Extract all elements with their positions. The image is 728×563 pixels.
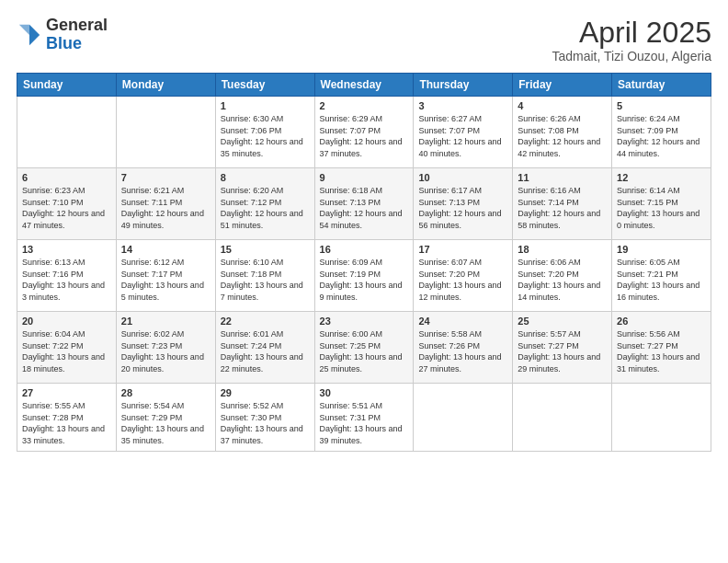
day-number: 9 bbox=[320, 172, 409, 183]
day-number: 23 bbox=[320, 316, 409, 327]
table-row: 11Sunrise: 6:16 AMSunset: 7:14 PMDayligh… bbox=[513, 168, 612, 240]
day-number: 28 bbox=[121, 387, 210, 398]
day-info: Sunrise: 6:07 AMSunset: 7:20 PMDaylight:… bbox=[418, 257, 507, 303]
table-row: 1Sunrise: 6:30 AMSunset: 7:06 PMDaylight… bbox=[215, 97, 314, 168]
table-row: 17Sunrise: 6:07 AMSunset: 7:20 PMDayligh… bbox=[414, 240, 513, 312]
table-row: 12Sunrise: 6:14 AMSunset: 7:15 PMDayligh… bbox=[612, 168, 711, 240]
day-number: 14 bbox=[121, 244, 210, 255]
table-row: 14Sunrise: 6:12 AMSunset: 7:17 PMDayligh… bbox=[116, 240, 215, 312]
day-info: Sunrise: 6:27 AMSunset: 7:07 PMDaylight:… bbox=[418, 113, 507, 159]
day-info: Sunrise: 6:23 AMSunset: 7:10 PMDaylight:… bbox=[22, 185, 111, 231]
table-row bbox=[116, 97, 215, 168]
svg-marker-0 bbox=[29, 25, 40, 45]
day-info: Sunrise: 5:51 AMSunset: 7:31 PMDaylight:… bbox=[320, 400, 409, 446]
day-info: Sunrise: 6:06 AMSunset: 7:20 PMDaylight:… bbox=[518, 257, 607, 303]
day-info: Sunrise: 6:29 AMSunset: 7:07 PMDaylight:… bbox=[320, 113, 409, 159]
day-number: 7 bbox=[121, 172, 210, 183]
table-row: 21Sunrise: 6:02 AMSunset: 7:23 PMDayligh… bbox=[116, 312, 215, 384]
table-row: 10Sunrise: 6:17 AMSunset: 7:13 PMDayligh… bbox=[414, 168, 513, 240]
day-number: 19 bbox=[617, 244, 706, 255]
table-row: 27Sunrise: 5:55 AMSunset: 7:28 PMDayligh… bbox=[17, 384, 117, 451]
day-number: 18 bbox=[518, 244, 607, 255]
day-number: 24 bbox=[418, 316, 507, 327]
day-info: Sunrise: 6:21 AMSunset: 7:11 PMDaylight:… bbox=[121, 185, 210, 231]
day-number: 11 bbox=[518, 172, 607, 183]
table-row: 30Sunrise: 5:51 AMSunset: 7:31 PMDayligh… bbox=[314, 384, 414, 451]
day-info: Sunrise: 6:02 AMSunset: 7:23 PMDaylight:… bbox=[121, 328, 210, 374]
day-info: Sunrise: 6:00 AMSunset: 7:25 PMDaylight:… bbox=[320, 328, 409, 374]
day-info: Sunrise: 6:17 AMSunset: 7:13 PMDaylight:… bbox=[418, 185, 507, 231]
day-number: 4 bbox=[518, 100, 607, 111]
day-info: Sunrise: 5:58 AMSunset: 7:26 PMDaylight:… bbox=[418, 328, 507, 374]
day-number: 27 bbox=[22, 387, 111, 398]
day-number: 25 bbox=[518, 316, 607, 327]
table-row: 13Sunrise: 6:13 AMSunset: 7:16 PMDayligh… bbox=[17, 240, 117, 312]
day-number: 17 bbox=[418, 244, 507, 255]
table-row: 26Sunrise: 5:56 AMSunset: 7:27 PMDayligh… bbox=[612, 312, 711, 384]
day-info: Sunrise: 6:26 AMSunset: 7:08 PMDaylight:… bbox=[518, 113, 607, 159]
table-row: 8Sunrise: 6:20 AMSunset: 7:12 PMDaylight… bbox=[215, 168, 314, 240]
day-info: Sunrise: 6:20 AMSunset: 7:12 PMDaylight:… bbox=[221, 185, 310, 231]
day-number: 10 bbox=[418, 172, 507, 183]
logo-icon bbox=[17, 22, 42, 48]
day-number: 21 bbox=[121, 316, 210, 327]
calendar: Sunday Monday Tuesday Wednesday Thursday… bbox=[17, 73, 711, 451]
day-info: Sunrise: 6:10 AMSunset: 7:18 PMDaylight:… bbox=[221, 257, 310, 303]
table-row: 9Sunrise: 6:18 AMSunset: 7:13 PMDaylight… bbox=[314, 168, 414, 240]
table-row: 24Sunrise: 5:58 AMSunset: 7:26 PMDayligh… bbox=[414, 312, 513, 384]
table-row bbox=[612, 384, 711, 451]
table-row: 3Sunrise: 6:27 AMSunset: 7:07 PMDaylight… bbox=[414, 97, 513, 168]
day-info: Sunrise: 5:54 AMSunset: 7:29 PMDaylight:… bbox=[121, 400, 210, 446]
header-friday: Friday bbox=[513, 74, 612, 97]
table-row bbox=[414, 384, 513, 451]
table-row: 15Sunrise: 6:10 AMSunset: 7:18 PMDayligh… bbox=[215, 240, 314, 312]
day-number: 20 bbox=[22, 316, 111, 327]
day-number: 12 bbox=[617, 172, 706, 183]
day-info: Sunrise: 5:57 AMSunset: 7:27 PMDaylight:… bbox=[518, 328, 607, 374]
page: General Blue April 2025 Tadmait, Tizi Ou… bbox=[0, 0, 728, 563]
day-number: 13 bbox=[22, 244, 111, 255]
day-number: 15 bbox=[221, 244, 310, 255]
day-info: Sunrise: 6:05 AMSunset: 7:21 PMDaylight:… bbox=[617, 257, 706, 303]
day-info: Sunrise: 6:14 AMSunset: 7:15 PMDaylight:… bbox=[617, 185, 706, 231]
day-info: Sunrise: 6:18 AMSunset: 7:13 PMDaylight:… bbox=[320, 185, 409, 231]
table-row bbox=[17, 97, 117, 168]
day-number: 3 bbox=[418, 100, 507, 111]
day-info: Sunrise: 5:56 AMSunset: 7:27 PMDaylight:… bbox=[617, 328, 706, 374]
day-number: 1 bbox=[221, 100, 310, 111]
table-row: 22Sunrise: 6:01 AMSunset: 7:24 PMDayligh… bbox=[215, 312, 314, 384]
title-block: April 2025 Tadmait, Tizi Ouzou, Algeria bbox=[552, 17, 711, 63]
day-info: Sunrise: 6:04 AMSunset: 7:22 PMDaylight:… bbox=[22, 328, 111, 374]
table-row: 16Sunrise: 6:09 AMSunset: 7:19 PMDayligh… bbox=[314, 240, 414, 312]
logo: General Blue bbox=[17, 17, 108, 53]
table-row: 28Sunrise: 5:54 AMSunset: 7:29 PMDayligh… bbox=[116, 384, 215, 451]
header-wednesday: Wednesday bbox=[314, 74, 414, 97]
day-info: Sunrise: 6:30 AMSunset: 7:06 PMDaylight:… bbox=[221, 113, 310, 159]
header-tuesday: Tuesday bbox=[215, 74, 314, 97]
table-row: 25Sunrise: 5:57 AMSunset: 7:27 PMDayligh… bbox=[513, 312, 612, 384]
day-number: 30 bbox=[320, 387, 409, 398]
table-row: 6Sunrise: 6:23 AMSunset: 7:10 PMDaylight… bbox=[17, 168, 117, 240]
table-row: 7Sunrise: 6:21 AMSunset: 7:11 PMDaylight… bbox=[116, 168, 215, 240]
day-number: 29 bbox=[221, 387, 310, 398]
table-row: 20Sunrise: 6:04 AMSunset: 7:22 PMDayligh… bbox=[17, 312, 117, 384]
day-number: 2 bbox=[320, 100, 409, 111]
month-title: April 2025 bbox=[552, 17, 711, 49]
day-number: 22 bbox=[221, 316, 310, 327]
table-row: 2Sunrise: 6:29 AMSunset: 7:07 PMDaylight… bbox=[314, 97, 414, 168]
day-number: 26 bbox=[617, 316, 706, 327]
weekday-header-row: Sunday Monday Tuesday Wednesday Thursday… bbox=[17, 74, 711, 97]
table-row: 4Sunrise: 6:26 AMSunset: 7:08 PMDaylight… bbox=[513, 97, 612, 168]
day-info: Sunrise: 6:01 AMSunset: 7:24 PMDaylight:… bbox=[221, 328, 310, 374]
day-number: 16 bbox=[320, 244, 409, 255]
table-row: 18Sunrise: 6:06 AMSunset: 7:20 PMDayligh… bbox=[513, 240, 612, 312]
svg-marker-1 bbox=[19, 25, 29, 35]
day-info: Sunrise: 5:55 AMSunset: 7:28 PMDaylight:… bbox=[22, 400, 111, 446]
table-row: 19Sunrise: 6:05 AMSunset: 7:21 PMDayligh… bbox=[612, 240, 711, 312]
header-sunday: Sunday bbox=[17, 74, 117, 97]
day-info: Sunrise: 6:13 AMSunset: 7:16 PMDaylight:… bbox=[22, 257, 111, 303]
day-number: 5 bbox=[617, 100, 706, 111]
day-info: Sunrise: 5:52 AMSunset: 7:30 PMDaylight:… bbox=[221, 400, 310, 446]
header-saturday: Saturday bbox=[612, 74, 711, 97]
day-info: Sunrise: 6:16 AMSunset: 7:14 PMDaylight:… bbox=[518, 185, 607, 231]
